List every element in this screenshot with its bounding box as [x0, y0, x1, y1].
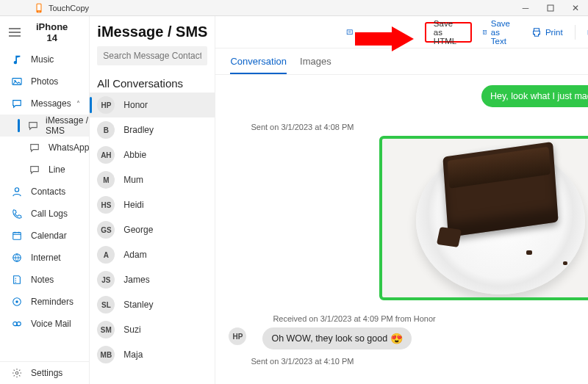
sidebar-item-contacts[interactable]: Contacts [0, 181, 89, 203]
contact-item[interactable]: HPHonor [90, 93, 215, 117]
gear-icon [10, 366, 24, 380]
contact-item[interactable]: JSJames [90, 267, 215, 292]
contact-name: Maja [123, 349, 143, 360]
contact-item[interactable]: SLStanley [90, 292, 215, 317]
page-title: iMessage / SMS [90, 22, 215, 46]
sidebar-item-imessage[interactable]: iMessage / SMS [0, 115, 89, 137]
filter-dates-button[interactable]: Filter Dates [581, 22, 588, 43]
contact-name: Adam [123, 250, 146, 260]
sidebar-item-call-logs[interactable]: Call Logs [0, 203, 89, 225]
sidebar-item-photos[interactable]: Photos [0, 70, 89, 93]
message-bubble-sent: Hey, look what I just made 🧁 [481, 85, 588, 107]
file-text-icon [482, 27, 487, 37]
sidebar-item-reminders[interactable]: Reminders [0, 291, 89, 313]
print-icon [531, 27, 542, 37]
avatar: JS [97, 271, 115, 289]
sidebar-item-label: Call Logs [31, 209, 68, 219]
contact-item[interactable]: MMum [90, 167, 215, 192]
button-label: Save as HTML [434, 19, 463, 46]
contact-item[interactable]: GSGeorge [90, 217, 215, 242]
svg-rect-7 [13, 233, 21, 240]
sidebar-item-messages[interactable]: Messages ˄ [0, 93, 89, 115]
svg-rect-1 [37, 4, 41, 10]
contact-name: Bradley [123, 125, 154, 135]
save-as-html-button[interactable]: Save as HTML [425, 22, 472, 43]
message-timestamp: Sent on 3/1/2023 at 4:08 PM [251, 123, 588, 131]
notes-icon [10, 273, 24, 286]
tab-images[interactable]: Images [300, 56, 331, 74]
window-close-button[interactable]: ✕ [563, 0, 588, 16]
avatar: HP [97, 96, 115, 114]
app-icon [34, 3, 44, 13]
contact-item[interactable]: SMSuzi [90, 317, 215, 342]
contact-item[interactable]: AHAbbie [90, 142, 215, 167]
sidebar-item-settings[interactable]: Settings [0, 362, 89, 384]
contact-item[interactable]: AAdam [90, 242, 215, 267]
svg-point-6 [15, 188, 18, 192]
svg-point-15 [17, 322, 21, 325]
sidebar-item-label: Reminders [31, 297, 74, 307]
avatar: M [97, 171, 115, 189]
conversation-panel: Save as HTML Save as Text Print Filter D… [215, 16, 588, 384]
search-input[interactable] [97, 46, 207, 65]
sidebar-item-label: Calendar [31, 231, 67, 241]
chat-icon [28, 119, 38, 132]
menu-toggle-button[interactable] [0, 16, 29, 48]
sidebar-item-line[interactable]: Line [0, 159, 89, 181]
avatar: AH [97, 146, 115, 164]
heart-eyes-emoji: 😍 [390, 333, 403, 344]
save-as-text-button[interactable]: Save as Text [476, 22, 521, 43]
avatar: SL [97, 296, 115, 314]
avatar: GS [97, 221, 115, 239]
contact-name: Suzi [123, 325, 140, 335]
print-button[interactable]: Print [526, 22, 569, 43]
sidebar-item-label: iMessage / SMS [46, 115, 89, 136]
svg-point-10 [15, 280, 16, 280]
contact-name: Mum [123, 175, 143, 185]
message-image-attachment[interactable] [379, 136, 588, 300]
sidebar-item-voicemail[interactable]: Voice Mail [0, 313, 89, 335]
avatar: HP [229, 327, 246, 345]
sidebar-item-notes[interactable]: Notes [0, 269, 89, 291]
svg-point-14 [13, 322, 17, 325]
button-label: Save as Text [491, 19, 515, 46]
svg-rect-18 [348, 30, 353, 35]
reminders-icon [10, 295, 24, 308]
window-maximize-button[interactable] [538, 0, 563, 16]
contact-item[interactable]: MBMaja [90, 342, 215, 367]
messages-icon [10, 97, 24, 110]
conversations-heading: All Conversations [90, 73, 215, 93]
sidebar-item-whatsapp[interactable]: WhatsApp [0, 137, 89, 159]
sidebar-item-label: Photos [31, 76, 58, 87]
contacts-panel: iMessage / SMS All Conversations HPHonor… [90, 16, 215, 384]
window-minimize-button[interactable]: ─ [513, 0, 538, 16]
contact-item[interactable]: HSHeidi [90, 192, 215, 217]
contact-name: Abbie [123, 150, 146, 160]
sidebar-item-calendar[interactable]: Calendar [0, 225, 89, 247]
sidebar-item-label: Settings [31, 368, 62, 378]
phone-icon [10, 207, 24, 220]
svg-point-16 [15, 372, 18, 374]
message-text: Hey, look what I just made [490, 91, 588, 101]
avatar: SM [97, 321, 115, 338]
sidebar-item-label: Line [49, 164, 65, 175]
svg-point-11 [15, 282, 16, 283]
contact-item[interactable]: BBradley [90, 117, 215, 142]
sidebar-item-label: Contacts [31, 186, 65, 197]
chat-icon [28, 163, 41, 176]
avatar: MB [97, 346, 115, 363]
sidebar-item-label: Internet [31, 253, 61, 263]
contact-name: James [123, 275, 149, 285]
sidebar-item-internet[interactable]: Internet [0, 247, 89, 269]
sidebar-item-label: WhatsApp [49, 142, 89, 153]
tab-conversation[interactable]: Conversation [230, 56, 287, 74]
device-name: iPhone 14 [29, 21, 89, 43]
contact-name: Honor [123, 100, 148, 110]
export-icon [346, 26, 353, 39]
sidebar-item-music[interactable]: Music [0, 48, 89, 70]
message-status: Sent [229, 300, 588, 308]
person-icon [10, 185, 24, 198]
message-timestamp: Received on 3/1/2023 at 4:09 PM from Hon… [273, 314, 588, 323]
sidebar-item-label: Music [31, 54, 54, 65]
contact-name: George [123, 225, 153, 235]
